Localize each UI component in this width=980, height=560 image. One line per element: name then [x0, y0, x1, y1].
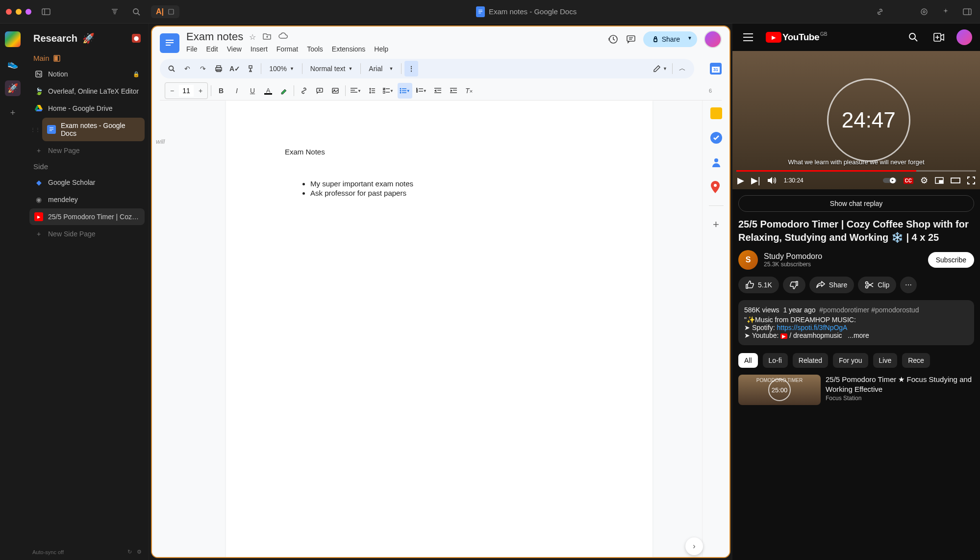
add-comment-icon[interactable] [313, 83, 327, 99]
decrease-indent-icon[interactable] [431, 83, 445, 99]
sidebar-item-examnotes[interactable]: Exam notes - Google Docs [42, 118, 145, 141]
chip-all[interactable]: All [738, 353, 758, 368]
chip-lofi[interactable]: Lo-fi [763, 353, 788, 368]
user-avatar[interactable] [704, 30, 722, 48]
spellcheck-icon[interactable]: A✓ [227, 61, 242, 76]
recommended-video[interactable]: POMODORO TIMER 25:00 25/5 Pomodoro Timer… [738, 375, 974, 405]
clip-button[interactable]: Clip [858, 277, 896, 293]
search-menus-icon[interactable] [165, 61, 178, 76]
print-icon[interactable] [212, 61, 226, 76]
undo-icon[interactable]: ↶ [180, 61, 194, 76]
close-window[interactable] [6, 9, 12, 15]
workspace-title[interactable]: Research 🚀 ⬤ [29, 29, 145, 51]
doc-heading[interactable]: Exam Notes [285, 148, 594, 156]
channel-avatar[interactable]: S [738, 250, 758, 270]
hashtags[interactable]: #pomodorotimer #pomodorostud [819, 306, 919, 314]
search-icon[interactable] [129, 5, 143, 19]
description-box[interactable]: 586K views 1 year ago #pomodorotimer #po… [738, 300, 974, 345]
new-side-page-button[interactable]: + New Side Page [29, 226, 145, 242]
menu-edit[interactable]: Edit [206, 45, 218, 53]
contacts-app-icon[interactable] [710, 156, 722, 168]
font-select[interactable]: Arial ▼ [364, 65, 398, 73]
menu-file[interactable]: File [186, 45, 198, 53]
yt-avatar[interactable] [956, 29, 972, 45]
autosync-status[interactable]: Auto-sync off [32, 549, 64, 555]
share-dropdown[interactable]: ▼ [682, 31, 697, 47]
chat-replay-button[interactable]: Show chat replay [738, 195, 974, 212]
underline-icon[interactable]: U [246, 83, 259, 99]
collapse-toolbar-icon[interactable]: ︿ [676, 61, 689, 76]
bullet-item[interactable]: Ask professor for past papers [310, 189, 594, 197]
cloud-status-icon[interactable] [278, 32, 288, 42]
drag-handle-icon[interactable]: ⋮⋮ [29, 127, 40, 132]
spotify-link[interactable]: https://spoti.fi/3fNpOgA [777, 324, 847, 331]
fullscreen-icon[interactable] [967, 177, 975, 184]
yt-channel-link[interactable]: / dreamhopmusic [789, 331, 842, 339]
share-button[interactable]: Share [809, 277, 854, 293]
paint-format-icon[interactable] [244, 61, 258, 76]
create-icon[interactable] [931, 29, 947, 45]
hamburger-icon[interactable] [740, 29, 756, 45]
star-icon[interactable]: ☆ [249, 32, 256, 42]
bold-icon[interactable]: B [214, 83, 228, 99]
captions-icon[interactable]: CC [904, 178, 913, 184]
docs-app-icon[interactable] [160, 33, 179, 53]
video-player[interactable]: 24:47 What we learn with pleasure we wil… [732, 51, 980, 189]
font-size-input[interactable] [179, 85, 194, 97]
sidebar-item-scholar[interactable]: ◆ Google Scholar [29, 174, 145, 191]
calendar-app-icon[interactable]: 31 [710, 63, 722, 75]
search-icon[interactable] [905, 29, 921, 45]
increase-font-icon[interactable]: + [194, 83, 207, 99]
sidebar-item-notion[interactable]: Notion 🔒 [29, 66, 145, 82]
maximize-window[interactable] [25, 9, 31, 15]
settings-icon[interactable]: ⚙ [920, 175, 928, 186]
chip-foryou[interactable]: For you [833, 353, 868, 368]
menu-insert[interactable]: Insert [251, 45, 268, 53]
numbered-list-icon[interactable]: 12 ▼ [414, 83, 429, 99]
settings-icon[interactable]: ⚙ [137, 549, 142, 555]
main-section-label[interactable]: Main [29, 51, 145, 65]
highlight-icon[interactable] [277, 83, 291, 99]
doc-canvas[interactable]: will Exam Notes My super important exam … [152, 101, 702, 557]
move-folder-icon[interactable] [263, 32, 272, 42]
address-bar[interactable]: A| [151, 5, 179, 18]
checklist-icon[interactable]: ▼ [381, 83, 396, 99]
add-workspace-icon[interactable]: + [5, 105, 21, 121]
insert-link-icon[interactable] [297, 83, 311, 99]
maps-app-icon[interactable] [710, 181, 722, 193]
insert-image-icon[interactable] [328, 83, 342, 99]
new-page-button[interactable]: + New Page [29, 142, 145, 159]
editing-mode-icon[interactable]: ▼ [651, 61, 669, 76]
keep-app-icon[interactable] [710, 107, 722, 119]
chip-live[interactable]: Live [873, 353, 898, 368]
sidebar-toggle-icon[interactable] [39, 5, 53, 19]
side-section-label[interactable]: Side [29, 159, 145, 174]
dislike-button[interactable] [783, 277, 805, 293]
link-icon[interactable] [873, 5, 887, 19]
line-spacing-icon[interactable] [365, 83, 379, 99]
target-icon[interactable] [917, 5, 931, 19]
bullet-list-icon[interactable]: ▼ [398, 83, 412, 99]
volume-icon[interactable] [767, 176, 777, 185]
explore-icon[interactable]: › [685, 537, 703, 555]
redo-icon[interactable]: ↷ [196, 61, 210, 76]
sidebar-item-pomodoro[interactable]: ▶ 25/5 Pomodoro Timer | Cozy... [29, 208, 145, 225]
style-select[interactable]: Normal text ▼ [305, 65, 358, 73]
share-button[interactable]: Share [643, 31, 689, 47]
history-icon[interactable] [608, 34, 619, 45]
increase-indent-icon[interactable] [447, 83, 460, 99]
tasks-app-icon[interactable] [710, 132, 722, 144]
decrease-font-icon[interactable]: − [165, 83, 179, 99]
miniplayer-icon[interactable] [935, 177, 944, 184]
show-more[interactable]: ...more [848, 331, 869, 339]
next-icon[interactable]: ▶| [751, 175, 760, 186]
align-icon[interactable]: ▼ [349, 83, 363, 99]
subscribe-button[interactable]: Subscribe [928, 252, 974, 268]
like-button[interactable]: 5.1K [738, 277, 779, 293]
minimize-window[interactable] [16, 9, 22, 15]
clear-format-icon[interactable]: T× [462, 83, 476, 99]
menu-tools[interactable]: Tools [307, 45, 323, 53]
comments-icon[interactable] [626, 34, 636, 45]
app-logo[interactable] [5, 31, 21, 47]
sparkle-icon[interactable] [939, 5, 953, 19]
